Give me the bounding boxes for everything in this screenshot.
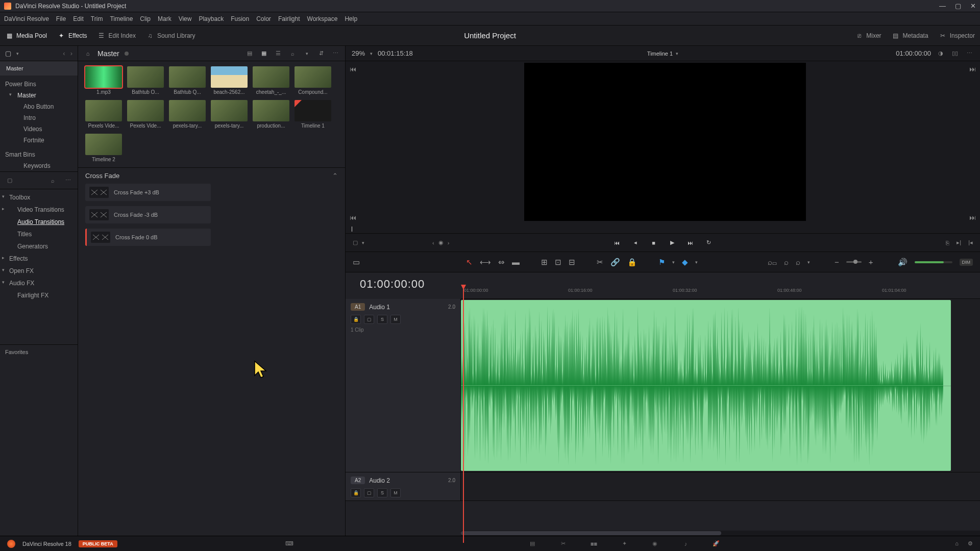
edit-index-toggle[interactable]: ☰ Edit Index (92, 29, 141, 43)
auto-select-icon[interactable]: ▢ (364, 315, 374, 324)
overwrite-clip-icon[interactable]: ⊡ (555, 258, 561, 267)
media-clip[interactable]: cheetah_-_... (253, 66, 289, 95)
timeline-name[interactable]: Timeline 1 (647, 51, 673, 57)
more-icon[interactable]: ⋯ (965, 49, 974, 58)
media-clip[interactable]: Bathtub Q... (169, 66, 206, 95)
lock-icon[interactable]: 🔒 (627, 258, 637, 267)
prev-icon[interactable]: ‹ (432, 240, 434, 246)
tree-fairlight-fx[interactable]: Fairlight FX (0, 289, 78, 302)
effect-crossfade-plus3[interactable]: Cross Fade +3 dB (85, 184, 211, 201)
menu-fairlight[interactable]: Fairlight (278, 15, 300, 22)
menu-timeline[interactable]: Timeline (110, 15, 133, 22)
play-button[interactable]: ▶ (667, 238, 677, 248)
volume-slider[interactable] (915, 261, 952, 263)
settings-icon[interactable]: ⚙ (968, 540, 973, 547)
media-clip[interactable]: pexels-tary... (211, 100, 248, 129)
dynamic-trim-icon[interactable]: ⇔ (498, 258, 505, 267)
blade-tool-icon[interactable]: ▬ (512, 258, 520, 266)
chevron-down-icon[interactable]: ▾ (362, 240, 364, 245)
chevron-down-icon[interactable]: ▾ (807, 260, 810, 265)
media-clip[interactable]: production... (253, 100, 289, 129)
media-clip[interactable]: beach-2562... (211, 66, 248, 95)
media-clip[interactable]: Compound... (295, 66, 331, 95)
media-clip[interactable]: Pexels Vide... (85, 100, 122, 129)
volume-icon[interactable]: 🔊 (898, 258, 908, 267)
solo-button[interactable]: S (377, 488, 387, 497)
first-frame-icon[interactable]: ⏮ (350, 65, 356, 73)
lock-icon[interactable]: 🔒 (351, 488, 361, 497)
chevron-down-icon[interactable]: ▾ (676, 51, 678, 56)
media-pool-toggle[interactable]: ▦ Media Pool (0, 29, 52, 43)
chevron-down-icon[interactable]: ▾ (370, 51, 373, 56)
overwrite-icon[interactable]: ▸| (957, 239, 961, 246)
bin-power-master[interactable]: Master (8, 90, 78, 101)
menu-workspace[interactable]: Workspace (307, 15, 338, 22)
breadcrumb-icon[interactable]: ⌂ (83, 49, 92, 58)
media-clip[interactable]: pexels-tary... (169, 100, 206, 129)
menu-trim[interactable]: Trim (91, 15, 103, 22)
more-icon[interactable]: ⋯ (63, 176, 72, 185)
lock-icon[interactable]: 🔒 (351, 315, 361, 324)
bin-intro[interactable]: Intro (8, 112, 78, 123)
zoom-tool-icon[interactable]: ⌕▭ (768, 258, 777, 266)
menu-mark[interactable]: Mark (158, 15, 172, 22)
first-frame-icon[interactable]: ⏮ (350, 214, 356, 221)
stop-button[interactable]: ■ (649, 238, 659, 248)
next-button[interactable]: ⏭ (685, 238, 696, 248)
insert-clip-icon[interactable]: ⊞ (541, 258, 548, 267)
prev-button[interactable]: ◂ (630, 238, 641, 248)
bin-master[interactable]: Master (0, 61, 78, 76)
menu-playback[interactable]: Playback (199, 15, 224, 22)
viewer-scrubber[interactable] (346, 224, 980, 234)
detail-zoom-icon[interactable]: ⌕ (784, 258, 789, 266)
home-icon[interactable]: ⌂ (955, 540, 959, 547)
menu-color[interactable]: Color (256, 15, 271, 22)
cut-page-icon[interactable]: ✂ (557, 539, 569, 548)
tree-toolbox[interactable]: Toolbox (0, 191, 78, 204)
tree-open-fx[interactable]: Open FX (0, 265, 78, 277)
media-clip[interactable]: 1.mp3 (85, 66, 122, 95)
menu-file[interactable]: File (56, 15, 66, 22)
track-header-a1[interactable]: A1 Audio 1 2.0 🔒 ▢ S M 1 Clip (346, 299, 461, 472)
bin-abo-button[interactable]: Abo Button (8, 101, 78, 112)
zoom-percent[interactable]: 29% (352, 49, 365, 57)
replace-clip-icon[interactable]: ⊟ (569, 258, 575, 267)
loop-button[interactable]: ↻ (704, 238, 714, 248)
metadata-toggle[interactable]: ▤ Metadata (887, 29, 934, 43)
flag-icon[interactable]: ⚑ (658, 258, 665, 267)
trim-tool-icon[interactable]: ⟷ (480, 258, 491, 267)
timeline-scrollbar[interactable] (461, 531, 980, 536)
sidebar-mode-icon[interactable]: ▢ (5, 176, 14, 185)
next-icon[interactable]: › (448, 240, 450, 246)
collapse-icon[interactable]: ⌃ (332, 172, 338, 180)
dual-viewer-icon[interactable]: ▯▯ (950, 49, 960, 58)
bins-layout-toggle[interactable]: ▢ ▾ ‹ › (0, 46, 78, 61)
mute-button[interactable]: M (390, 315, 401, 324)
mixer-toggle[interactable]: ⎚ Mixer (850, 29, 886, 43)
sort-icon[interactable]: ⇵ (316, 49, 326, 58)
bin-videos[interactable]: Videos (8, 123, 78, 135)
menu-help[interactable]: Help (345, 15, 357, 22)
close-button[interactable]: ✕ (970, 2, 976, 10)
scrollbar-thumb[interactable] (461, 531, 721, 535)
track-tag[interactable]: A2 (351, 477, 365, 484)
keyboard-icon[interactable]: ⌨ (285, 539, 294, 548)
dim-badge[interactable]: DIM (960, 259, 973, 266)
deliver-page-icon[interactable]: 🚀 (710, 539, 722, 548)
media-clip[interactable]: Bathtub O... (127, 66, 164, 95)
effects-toggle[interactable]: ✦ Effects (52, 29, 92, 43)
auto-select-icon[interactable]: ▢ (364, 488, 374, 497)
last-frame-icon[interactable]: ⏭ (969, 214, 976, 221)
search-icon[interactable]: ⌕ (288, 49, 297, 58)
media-clip[interactable]: Timeline 2 (85, 134, 122, 162)
track-tag[interactable]: A1 (351, 303, 365, 311)
bin-fortnite[interactable]: Fortnite (8, 135, 78, 146)
fairlight-page-icon[interactable]: ♪ (680, 539, 691, 548)
inspector-toggle[interactable]: ✂ Inspector (934, 29, 980, 43)
marker-icon[interactable]: ◆ (682, 258, 688, 267)
bin-keywords[interactable]: Keywords (8, 160, 78, 171)
audio-clip[interactable] (461, 300, 951, 471)
viewer[interactable]: ⏮ ⏭ ⏮ ⏭ (346, 61, 980, 224)
breadcrumb[interactable]: Master (97, 49, 119, 58)
menu-edit[interactable]: Edit (73, 15, 84, 22)
